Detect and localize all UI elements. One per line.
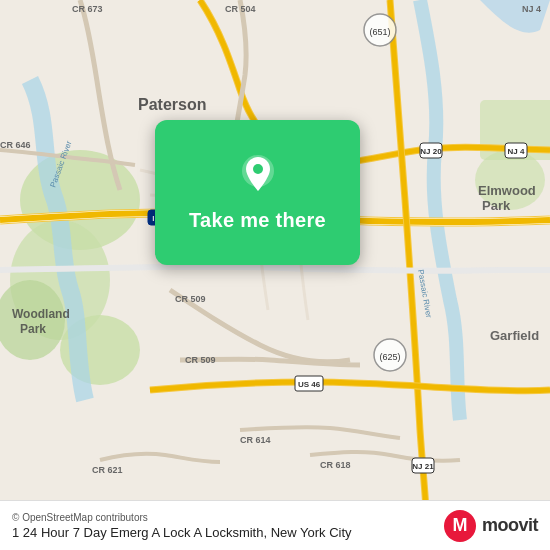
take-me-there-button[interactable]: Take me there: [189, 209, 326, 232]
moovit-icon-letter: M: [452, 515, 467, 536]
svg-text:NJ 21: NJ 21: [412, 462, 434, 471]
bottom-bar: © OpenStreetMap contributors 1 24 Hour 7…: [0, 500, 550, 550]
svg-text:CR 621: CR 621: [92, 465, 123, 475]
svg-text:CR 509: CR 509: [185, 355, 216, 365]
svg-text:NJ 20: NJ 20: [420, 147, 442, 156]
svg-text:NJ 4: NJ 4: [522, 4, 541, 14]
svg-text:(625): (625): [379, 352, 400, 362]
svg-text:US 46: US 46: [298, 380, 321, 389]
svg-text:CR 646: CR 646: [0, 140, 31, 150]
location-card[interactable]: Take me there: [155, 120, 360, 265]
copyright-text: © OpenStreetMap contributors: [12, 512, 436, 523]
svg-point-39: [253, 164, 263, 174]
svg-text:Woodland: Woodland: [12, 307, 70, 321]
moovit-logo: M moovit: [444, 510, 538, 542]
svg-text:CR 618: CR 618: [320, 460, 351, 470]
svg-text:Park: Park: [20, 322, 46, 336]
moovit-brand-text: moovit: [482, 515, 538, 536]
location-pin-icon: [236, 153, 280, 197]
location-title: 1 24 Hour 7 Day Emerg A Lock A Locksmith…: [12, 525, 436, 540]
svg-text:NJ 4: NJ 4: [508, 147, 525, 156]
svg-text:CR 509: CR 509: [175, 294, 206, 304]
moovit-icon: M: [444, 510, 476, 542]
svg-text:Garfield: Garfield: [490, 328, 539, 343]
svg-text:Elmwood: Elmwood: [478, 183, 536, 198]
svg-text:CR 504: CR 504: [225, 4, 256, 14]
svg-text:CR 673: CR 673: [72, 4, 103, 14]
svg-text:CR 614: CR 614: [240, 435, 271, 445]
svg-text:Park: Park: [482, 198, 511, 213]
map-container: NJ 20 NJ 4 US 46 NJ 21 I 80 CR 673 CR 50…: [0, 0, 550, 500]
svg-text:(651): (651): [369, 27, 390, 37]
svg-text:Paterson: Paterson: [138, 96, 206, 113]
